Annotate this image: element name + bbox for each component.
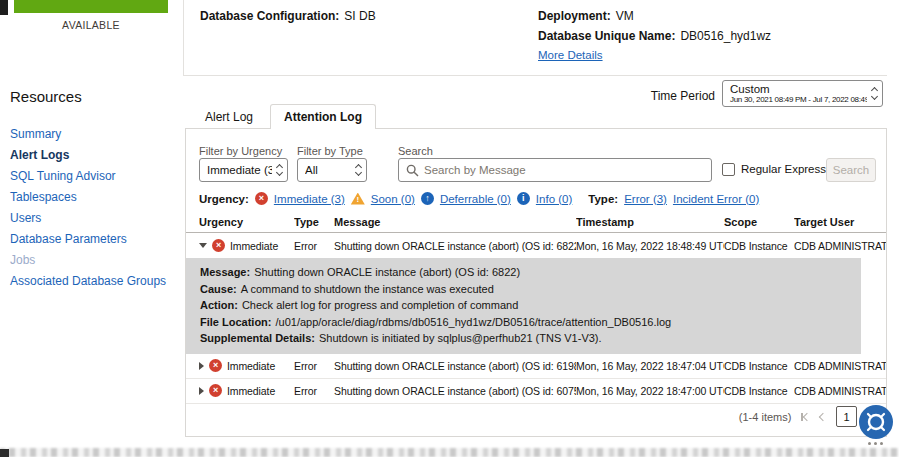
table-row[interactable]: × Immediate Error Shutting down ORACLE i…	[186, 354, 886, 379]
target-user-value: CDB ADMINISTRATOR	[794, 385, 886, 397]
attention-log-panel: Filter by Urgency Immediate (3) Filter b…	[185, 128, 887, 437]
sidebar-item-users[interactable]: Users	[10, 211, 180, 232]
timestamp-value: Mon, 16 May, 2022 18:48:49 UTC	[576, 240, 724, 252]
search-label: Search	[398, 145, 433, 157]
summary-urgency-label: Urgency:	[199, 193, 249, 205]
warning-icon: !	[351, 193, 365, 205]
sidebar-item-alert-logs[interactable]: Alert Logs	[10, 148, 180, 169]
current-page-button[interactable]: 1	[836, 406, 857, 427]
time-period-label: Time Period	[598, 89, 715, 103]
deferrable-icon: ↑	[421, 192, 434, 205]
timestamp-value: Mon, 16 May, 2022 18:47:04 UTC	[576, 360, 724, 372]
table-header-row: Urgency Type Message Timestamp Scope Tar…	[186, 211, 886, 233]
db-configuration-value: SI DB	[344, 9, 375, 23]
incident-error-filter-link[interactable]: Incident Error (0)	[673, 193, 759, 205]
chevron-down-icon	[871, 93, 878, 100]
table-row[interactable]: × Immediate Error Shutting down ORACLE i…	[186, 379, 886, 404]
search-icon	[406, 164, 419, 177]
first-page-icon[interactable]	[801, 413, 810, 421]
sidebar-item-associated-database-groups[interactable]: Associated Database Groups	[10, 274, 180, 295]
sidebar-item-summary[interactable]: Summary	[10, 127, 180, 148]
resources-sidebar: Resources Summary Alert Logs SQL Tuning …	[10, 88, 180, 295]
blurred-footer-strip	[0, 448, 899, 457]
table-row[interactable]: × Immediate Error Shutting down ORACLE i…	[186, 233, 886, 258]
detail-message-label: Message:	[200, 266, 250, 278]
type-filter-stepper	[351, 165, 366, 175]
filter-by-urgency-label: Filter by Urgency	[199, 145, 282, 157]
more-details-link[interactable]: More Details	[538, 49, 771, 61]
deployment-value: VM	[616, 9, 634, 23]
detail-cause-label: Cause:	[200, 283, 237, 295]
urgency-value: Immediate	[230, 240, 278, 252]
unique-name-label: Database Unique Name:	[538, 29, 675, 43]
urgency-value: Immediate	[227, 360, 275, 372]
collapse-caret-icon[interactable]	[199, 243, 207, 248]
type-value: Error	[294, 385, 334, 397]
detail-supplemental-label: Supplemental Details:	[200, 332, 315, 344]
target-user-value: CDB ADMINISTRATOR	[794, 240, 886, 252]
detail-supplemental-text: Shutdown is initiated by sqlplus@perfhub…	[319, 332, 602, 344]
sidebar-item-database-parameters[interactable]: Database Parameters	[10, 232, 180, 253]
urgency-filter-select[interactable]: Immediate (3)	[199, 158, 288, 182]
previous-page-icon[interactable]	[819, 412, 827, 420]
type-filter-value: All	[305, 164, 351, 176]
row-detail-panel: Message:Shutting down ORACLE instance (a…	[186, 258, 861, 354]
tab-attention-log[interactable]: Attention Log	[270, 104, 376, 129]
time-period-stepper	[867, 81, 882, 106]
help-assistant-button[interactable]	[859, 405, 893, 439]
search-input[interactable]	[424, 164, 711, 176]
filter-by-type-label: Filter by Type	[297, 145, 363, 157]
info-filter-link[interactable]: Info (0)	[536, 193, 572, 205]
lifebuoy-icon	[863, 409, 889, 435]
message-value: Shutting down ORACLE instance (abort) (O…	[334, 360, 576, 372]
detail-file-location-line: File Location:/u01/app/oracle/diag/rdbms…	[200, 314, 851, 331]
unique-name-value: DB0516_hyd1wz	[680, 29, 771, 43]
chevron-down-icon	[276, 169, 283, 176]
info-icon: i	[517, 192, 530, 205]
soon-filter-link[interactable]: Soon (0)	[371, 193, 415, 205]
message-value: Shutting down ORACLE instance (abort) (O…	[334, 385, 576, 397]
pagination: (1-4 items) 1	[739, 406, 873, 427]
summary-type-label: Type:	[588, 193, 618, 205]
sidebar-item-jobs[interactable]: Jobs	[10, 253, 180, 274]
scope-value: CDB Instance	[724, 240, 794, 252]
column-header-type: Type	[294, 216, 334, 228]
deferrable-filter-link[interactable]: Deferrable (0)	[440, 193, 511, 205]
search-box	[398, 158, 712, 182]
detail-message-text: Shutting down ORACLE instance (abort) (O…	[254, 266, 520, 278]
deployment-field: Deployment:VM	[538, 9, 771, 23]
sidebar-item-tablespaces[interactable]: Tablespaces	[10, 190, 180, 211]
message-value: Shutting down ORACLE instance (abort) (O…	[334, 240, 576, 252]
scope-value: CDB Instance	[724, 385, 794, 397]
expand-caret-icon[interactable]	[199, 362, 204, 370]
urgency-value: Immediate	[227, 385, 275, 397]
availability-status-bar	[14, 0, 168, 13]
expand-caret-icon[interactable]	[199, 387, 204, 395]
type-value: Error	[294, 360, 334, 372]
header-right-column: Deployment:VM Database Unique Name:DB051…	[538, 9, 771, 61]
detail-file-location-text: /u01/app/oracle/diag/rdbms/db0516_hyd1wz…	[276, 316, 672, 328]
time-period-range: Jun 30, 2021 08:49 PM - Jul 7, 2022 08:4…	[730, 95, 865, 105]
regular-expression-checkbox[interactable]	[722, 163, 735, 176]
time-period-value: Custom	[730, 83, 865, 95]
type-filter-select[interactable]: All	[297, 158, 367, 182]
header-vertical-divider	[183, 0, 184, 75]
tab-alert-log[interactable]: Alert Log	[192, 105, 266, 129]
column-header-message: Message	[334, 216, 576, 228]
search-button[interactable]: Search	[826, 158, 876, 182]
chevron-down-icon	[355, 169, 362, 176]
urgency-filter-value: Immediate (3)	[207, 164, 272, 176]
items-count-label: (1-4 items)	[739, 411, 792, 423]
column-header-target-user: Target User	[794, 216, 886, 228]
header-divider	[183, 75, 887, 76]
detail-file-location-label: File Location:	[200, 316, 272, 328]
error-type-filter-link[interactable]: Error (3)	[624, 193, 667, 205]
urgency-filter-stepper	[272, 165, 287, 175]
immediate-filter-link[interactable]: Immediate (3)	[274, 193, 345, 205]
detail-message-line: Message:Shutting down ORACLE instance (a…	[200, 264, 851, 281]
sidebar-item-sql-tuning-advisor[interactable]: SQL Tuning Advisor	[10, 169, 180, 190]
time-period-select[interactable]: Custom Jun 30, 2021 08:49 PM - Jul 7, 20…	[722, 80, 883, 107]
time-period-content: Custom Jun 30, 2021 08:49 PM - Jul 7, 20…	[723, 81, 867, 106]
overflow-dots-icon[interactable]	[868, 442, 883, 445]
deployment-label: Deployment:	[538, 9, 611, 23]
